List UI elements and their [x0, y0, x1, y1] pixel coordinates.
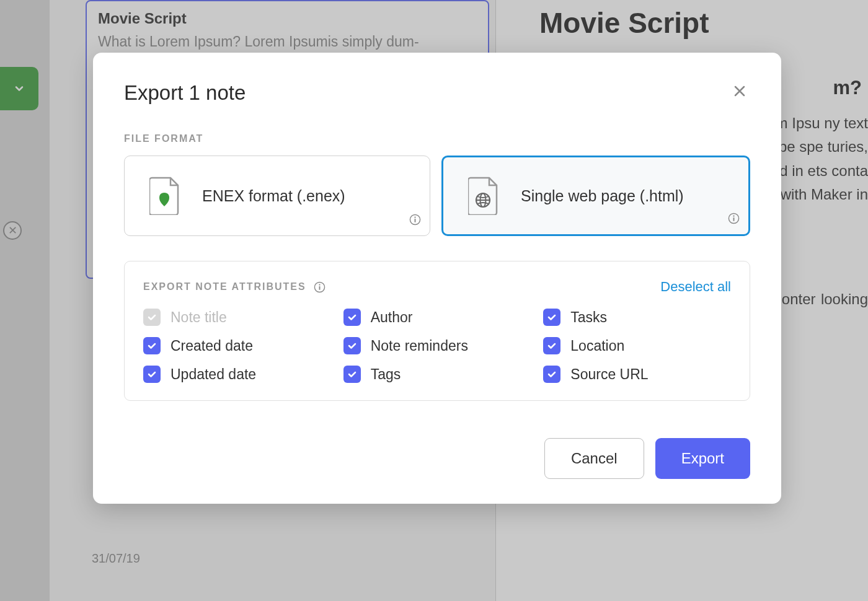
- attr-label-location: Location: [570, 338, 624, 354]
- svg-point-9: [733, 216, 734, 217]
- svg-rect-4: [415, 219, 416, 222]
- file-format-label: FILE FORMAT: [124, 133, 750, 144]
- attributes-header: EXPORT NOTE ATTRIBUTES Deselect all: [143, 279, 731, 295]
- format-option-html[interactable]: Single web page (.html): [441, 156, 750, 236]
- deselect-all-link[interactable]: Deselect all: [660, 279, 731, 295]
- modal-title: Export 1 note: [124, 81, 246, 105]
- attr-label-author: Author: [371, 309, 413, 326]
- checkbox-tags[interactable]: [343, 366, 361, 383]
- close-button[interactable]: [729, 81, 750, 105]
- checkbox-updated-date[interactable]: [143, 366, 161, 383]
- attr-location: Location: [543, 337, 731, 354]
- attr-label-note-reminders: Note reminders: [371, 338, 468, 354]
- svg-point-12: [319, 284, 320, 285]
- attr-tags: Tags: [343, 366, 531, 383]
- checkbox-note-title: [143, 309, 161, 326]
- info-icon[interactable]: [409, 214, 421, 228]
- attr-updated-date: Updated date: [143, 366, 331, 383]
- checkbox-tasks[interactable]: [543, 309, 560, 326]
- export-modal: Export 1 note FILE FORMAT ENEX format (.…: [93, 53, 781, 504]
- svg-rect-13: [319, 286, 320, 290]
- svg-point-0: [161, 194, 163, 196]
- export-button[interactable]: Export: [655, 438, 750, 479]
- attributes-grid: Note title Author Tasks Created date: [143, 309, 731, 383]
- checkbox-created-date[interactable]: [143, 337, 161, 354]
- checkbox-source-url[interactable]: [543, 366, 560, 383]
- checkbox-author[interactable]: [343, 309, 361, 326]
- info-icon[interactable]: [728, 213, 740, 227]
- attr-label-source-url: Source URL: [570, 366, 648, 383]
- modal-footer: Cancel Export: [124, 438, 750, 479]
- format-row: ENEX format (.enex): [124, 156, 750, 236]
- attr-tasks: Tasks: [543, 309, 731, 326]
- cancel-button[interactable]: Cancel: [544, 438, 644, 479]
- format-label-enex: ENEX format (.enex): [202, 187, 345, 205]
- attr-source-url: Source URL: [543, 366, 731, 383]
- info-icon[interactable]: [314, 281, 326, 293]
- attr-label-note-title: Note title: [170, 309, 227, 326]
- attr-note-title: Note title: [143, 309, 331, 326]
- attributes-box: EXPORT NOTE ATTRIBUTES Deselect all Note…: [124, 261, 750, 401]
- enex-file-icon: [149, 177, 180, 215]
- attr-author: Author: [343, 309, 531, 326]
- attributes-label: EXPORT NOTE ATTRIBUTES: [143, 281, 306, 292]
- close-icon: [732, 84, 747, 99]
- svg-point-3: [414, 217, 415, 218]
- attr-label-tasks: Tasks: [570, 309, 607, 326]
- format-option-enex[interactable]: ENEX format (.enex): [124, 156, 430, 236]
- attr-label-updated-date: Updated date: [170, 366, 256, 383]
- svg-rect-10: [733, 217, 735, 221]
- attr-created-date: Created date: [143, 337, 331, 354]
- html-file-icon: [468, 177, 499, 215]
- modal-header: Export 1 note: [124, 81, 750, 105]
- checkbox-note-reminders[interactable]: [343, 337, 361, 354]
- attr-label-created-date: Created date: [170, 338, 253, 354]
- svg-point-1: [166, 194, 168, 196]
- attr-label-tags: Tags: [371, 366, 401, 383]
- checkbox-location[interactable]: [543, 337, 560, 354]
- format-label-html: Single web page (.html): [521, 187, 684, 205]
- attr-note-reminders: Note reminders: [343, 337, 531, 354]
